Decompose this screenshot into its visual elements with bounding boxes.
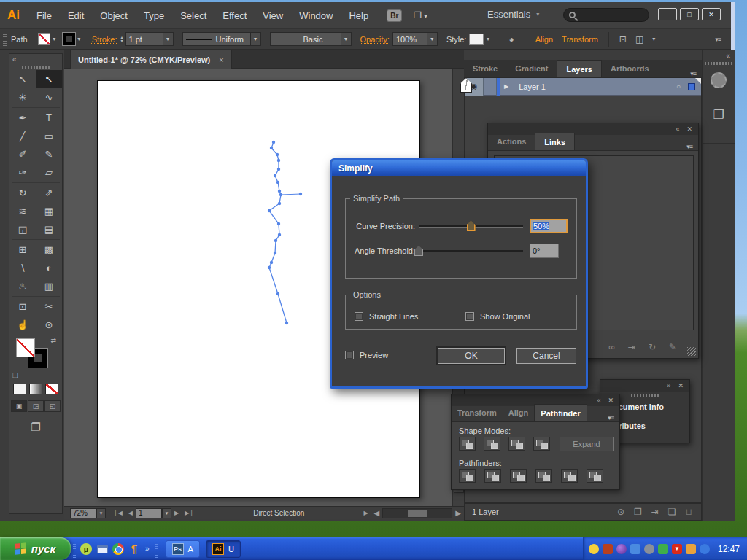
type-tool[interactable]: T [36, 109, 62, 127]
pencil-tool[interactable]: ✎ [36, 145, 62, 163]
crop-button[interactable] [535, 469, 552, 483]
chrome-icon[interactable] [112, 542, 125, 556]
close-button[interactable]: ✕ [702, 8, 721, 20]
menu-type[interactable]: Type [136, 2, 172, 29]
quicklaunch-overflow-icon[interactable]: » [142, 545, 152, 553]
outline-button[interactable] [561, 469, 578, 483]
lock-column[interactable] [484, 78, 497, 96]
bounding-box-icon[interactable]: ⊡ [619, 34, 627, 44]
new-layer-icon[interactable]: ❏ [668, 507, 676, 517]
workspace-switcher[interactable]: Essentials ▾ [487, 9, 539, 20]
menu-select[interactable]: Select [172, 2, 214, 29]
new-sublayer-icon[interactable]: ⇥ [651, 507, 659, 517]
selection-tool[interactable]: ↖ [9, 70, 36, 88]
draw-inside-button[interactable]: ◱ [44, 400, 61, 412]
relink-chain-icon[interactable]: ∞ [608, 342, 615, 352]
arrange-documents-button[interactable]: ❐ ▾ [414, 10, 427, 20]
align-panel-link[interactable]: Align [535, 35, 553, 44]
dialog-title-bar[interactable]: Simplify [332, 160, 586, 176]
curve-precision-slider[interactable] [419, 221, 523, 231]
fill-swatch[interactable] [38, 33, 50, 45]
stroke-swatch[interactable] [63, 33, 75, 45]
collapse-toolbar-icon[interactable]: « [9, 54, 62, 63]
hand-tool[interactable]: ☝ [9, 316, 36, 334]
tab-links[interactable]: Links [535, 133, 575, 150]
mesh-tool[interactable]: ⊞ [9, 241, 36, 259]
default-fill-stroke-icon[interactable]: ❏ [12, 372, 18, 379]
photoshop-task-button[interactable]: Ps A [166, 540, 200, 558]
bridge-button[interactable]: Br [387, 9, 402, 22]
curve-precision-input[interactable]: 50% [530, 219, 568, 233]
transparency-panel-icon[interactable]: ❐ [703, 107, 735, 122]
width-profile-select[interactable]: Uniform ▾ [182, 32, 261, 46]
rectangle-tool[interactable]: ▭ [36, 127, 62, 145]
menu-view[interactable]: View [255, 2, 291, 29]
tab-gradient[interactable]: Gradient [506, 60, 557, 77]
delete-layer-icon[interactable]: ⊔ [686, 507, 692, 517]
flower-tray-icon[interactable] [589, 544, 599, 554]
zoom-level-input[interactable]: 72% [70, 508, 96, 518]
stroke-panel-link[interactable]: Stroke: [92, 35, 117, 44]
close-panel-icon[interactable]: ✕ [608, 397, 614, 404]
update-link-icon[interactable]: ↻ [649, 342, 656, 352]
angle-threshold-input[interactable]: 0° [530, 244, 559, 258]
opacity-select[interactable]: 100% ▾ [392, 32, 438, 46]
expand-panel-icon[interactable]: » [667, 382, 670, 389]
tab-layers[interactable]: Layers [557, 60, 601, 77]
symbols-panel-icon[interactable] [711, 72, 727, 88]
menu-object[interactable]: Object [92, 2, 136, 29]
magic-wand-tool[interactable]: ✳ [9, 88, 36, 106]
chevron-down-icon[interactable]: ▾ [652, 36, 655, 42]
transform-panel-link[interactable]: Transform [562, 35, 598, 44]
ok-button[interactable]: OK [438, 348, 505, 364]
straight-lines-checkbox[interactable] [355, 312, 363, 321]
perspective-grid-tool[interactable]: ▤ [36, 220, 62, 238]
minus-back-button[interactable] [587, 469, 603, 483]
close-panel-icon[interactable]: ✕ [686, 125, 692, 133]
show-desktop-icon[interactable] [96, 542, 109, 556]
none-button[interactable] [45, 384, 58, 394]
illustrator-task-button[interactable]: Ai U [206, 540, 241, 558]
layer-selection-indicator[interactable] [688, 83, 695, 90]
slice-tool[interactable]: ✂ [36, 298, 62, 316]
screen-mode-button[interactable]: ❐ [9, 421, 62, 434]
go-to-link-icon[interactable]: ⇥ [628, 342, 635, 352]
collapse-panel-icon[interactable]: « [597, 397, 600, 404]
width-tool[interactable]: ≋ [9, 202, 36, 220]
tab-stroke[interactable]: Stroke [464, 60, 506, 77]
document-tab[interactable]: Untitled-1* @ 72% (CMYK/Preview) × [70, 50, 232, 69]
fill-color-swatch[interactable] [16, 338, 35, 357]
merge-button[interactable] [510, 469, 527, 483]
horizontal-scrollbar-thumb[interactable] [408, 510, 427, 517]
expand-layer-icon[interactable]: ▶ [504, 83, 508, 90]
opacity-panel-link[interactable]: Opacity: [360, 35, 390, 44]
intersect-button[interactable] [508, 437, 525, 451]
eraser-tool[interactable]: ▱ [36, 163, 62, 182]
menu-help[interactable]: Help [341, 2, 376, 29]
isolate-selection-icon[interactable]: ◫ [635, 34, 643, 44]
control-bar-menu-icon[interactable]: ▾≡ [715, 36, 731, 43]
color-button[interactable] [13, 384, 26, 394]
artboard-dropdown[interactable]: ▾ [162, 508, 171, 518]
gradient-tool[interactable]: ▩ [36, 241, 62, 259]
direct-selection-tool[interactable]: ↖ [36, 70, 62, 88]
rotate-tool[interactable]: ↻ [9, 184, 36, 202]
pen-tool[interactable]: ✒ [9, 109, 36, 127]
style-swatch[interactable] [469, 34, 484, 45]
show-original-checkbox[interactable] [465, 312, 474, 321]
sphere-tray-icon[interactable] [616, 544, 627, 554]
layer-target-icon[interactable]: ○ [676, 82, 681, 90]
volume-tray-icon[interactable] [603, 544, 613, 554]
expand-button[interactable]: Expand [560, 437, 614, 451]
recycle-tray-icon[interactable] [658, 544, 668, 554]
blob-brush-tool[interactable]: ✑ [9, 163, 36, 182]
artboard-tool[interactable]: ⊡ [9, 298, 36, 316]
menu-edit[interactable]: Edit [60, 2, 92, 29]
zoom-dropdown[interactable]: ▾ [96, 508, 106, 518]
eyedropper-tool[interactable]: ∖ [9, 259, 36, 277]
recolor-artwork-icon[interactable]: ◕ [508, 34, 514, 44]
preview-checkbox[interactable] [345, 351, 354, 359]
clipping-mask-icon[interactable]: ❐ [634, 507, 642, 517]
globe-tray-icon[interactable] [700, 544, 710, 554]
brush-definition-select[interactable]: Basic ▾ [270, 32, 352, 46]
